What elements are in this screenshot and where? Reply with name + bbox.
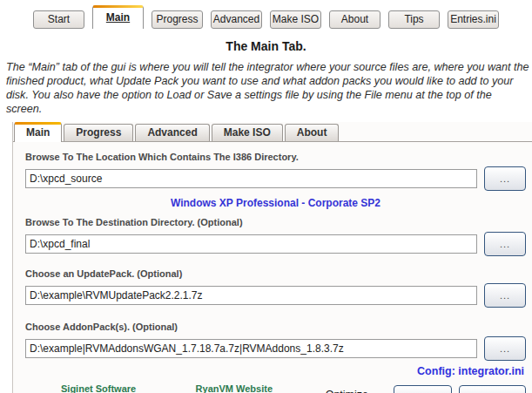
credit-column-siginet: Siginet Software Christopher L. Greer xyxy=(61,383,155,393)
app-tab-main[interactable]: Main xyxy=(14,122,62,142)
app-tab-about[interactable]: About xyxy=(285,124,340,141)
source-location-row: ... xyxy=(25,166,526,191)
optimize-system-files-label: Optimize System Files xyxy=(326,389,394,393)
addonpack-label: Choose AddonPack(s). (Optional) xyxy=(25,322,526,332)
updatepack-browse-button[interactable]: ... xyxy=(484,283,526,308)
addonpack-row: ... xyxy=(25,336,526,361)
updatepack-row: ... xyxy=(25,283,526,308)
source-location-label: Browse To The Location Which Contains Th… xyxy=(25,152,526,162)
help-tab-start[interactable]: Start xyxy=(33,10,84,29)
optimize-group: Optimize System Files xyxy=(313,389,394,393)
action-buttons: Cancel Integrate xyxy=(394,385,526,393)
ryanvm-website-link[interactable]: RyanVM Website xyxy=(196,383,287,393)
help-tab-main[interactable]: Main xyxy=(92,5,144,29)
detected-os-info: Windows XP Professional - Corporate SP2 xyxy=(25,197,526,209)
page-intro: The “Main” tab of the gui is where you w… xyxy=(6,61,530,117)
integrator-app-panel: Main Progress Advanced Make ISO About Br… xyxy=(12,122,532,393)
addonpack-browse-button[interactable]: ... xyxy=(484,336,526,361)
integrate-button[interactable]: Integrate xyxy=(459,385,526,393)
help-tab-entries-ini[interactable]: Entries.ini xyxy=(448,10,499,29)
destination-browse-button[interactable]: ... xyxy=(484,232,526,256)
destination-directory-input[interactable] xyxy=(25,234,477,254)
help-tab-advanced[interactable]: Advanced xyxy=(211,10,262,29)
updatepack-label: Choose an UpdatePack. (Optional) xyxy=(25,268,526,279)
app-panel-body: Browse To The Location Which Contains Th… xyxy=(13,152,532,393)
bottom-row: Siginet Software Christopher L. Greer Ry… xyxy=(25,383,526,393)
help-tab-tips[interactable]: Tips xyxy=(388,10,440,29)
destination-directory-row: ... xyxy=(25,232,526,256)
destination-directory-label: Browse To The Destination Directory. (Op… xyxy=(25,217,526,227)
app-tab-make-iso[interactable]: Make ISO xyxy=(212,124,283,141)
page-title: The Main Tab. xyxy=(0,39,532,53)
app-tabbar: Main Progress Advanced Make ISO About xyxy=(13,122,532,142)
credits: Siginet Software Christopher L. Greer Ry… xyxy=(61,383,286,393)
siginet-software-link[interactable]: Siginet Software xyxy=(61,383,155,393)
app-tab-progress[interactable]: Progress xyxy=(64,124,133,141)
updatepack-input[interactable] xyxy=(25,286,477,305)
help-tab-make-iso[interactable]: Make ISO xyxy=(270,10,321,29)
source-browse-button[interactable]: ... xyxy=(484,166,526,191)
app-tab-advanced[interactable]: Advanced xyxy=(135,124,209,141)
help-tab-progress[interactable]: Progress xyxy=(152,10,203,29)
source-location-input[interactable] xyxy=(25,169,477,188)
config-file-indicator: Config: integrator.ini xyxy=(25,365,526,377)
help-tab-about[interactable]: About xyxy=(329,10,380,29)
addonpack-input[interactable] xyxy=(25,339,477,358)
credit-column-ryanvm: RyanVM Website Ryan VanderMeulen xyxy=(196,383,287,393)
help-tabbar: Start Main Progress Advanced Make ISO Ab… xyxy=(33,4,499,29)
cancel-button[interactable]: Cancel xyxy=(394,385,452,393)
